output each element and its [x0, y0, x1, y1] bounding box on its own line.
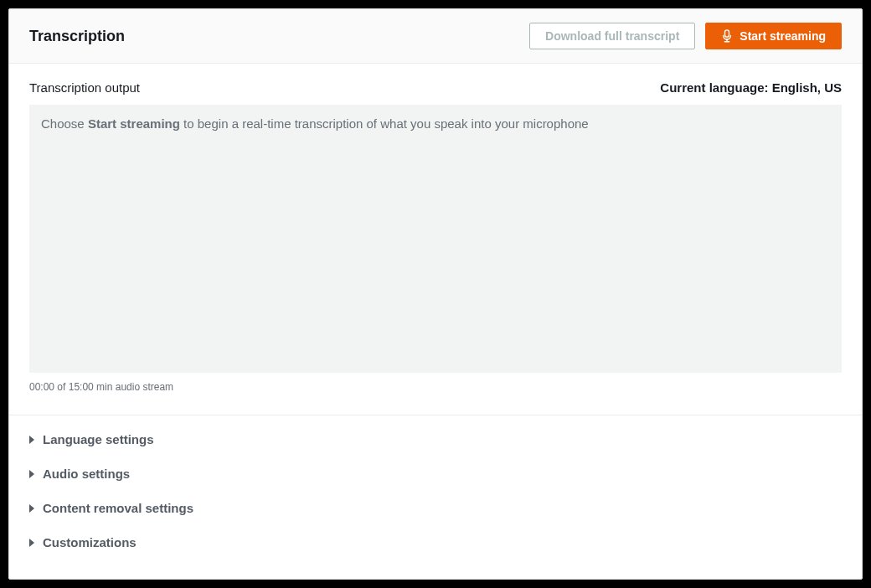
section-label: Audio settings [43, 467, 130, 481]
placeholder-bold: Start streaming [88, 116, 180, 131]
start-streaming-label: Start streaming [740, 29, 826, 43]
section-label: Customizations [43, 535, 137, 549]
header-actions: Download full transcript Start streaming [529, 23, 842, 49]
chevron-right-icon [29, 539, 34, 547]
placeholder-suffix: to begin a real-time transcription of wh… [180, 116, 589, 131]
output-header: Transcription output Current language: E… [29, 80, 842, 95]
transcription-panel: Transcription Download full transcript S… [8, 8, 863, 580]
section-label: Language settings [43, 432, 154, 446]
download-transcript-button[interactable]: Download full transcript [529, 23, 695, 49]
section-customizations[interactable]: Customizations [29, 525, 842, 560]
section-content-removal-settings[interactable]: Content removal settings [29, 491, 842, 525]
page-title: Transcription [29, 28, 125, 45]
output-placeholder: Choose Start streaming to begin a real-t… [41, 116, 830, 131]
microphone-icon [721, 29, 733, 43]
download-transcript-label: Download full transcript [545, 29, 679, 43]
section-language-settings[interactable]: Language settings [29, 422, 842, 456]
section-label: Content removal settings [43, 501, 193, 515]
transcription-output-box: Choose Start streaming to begin a real-t… [29, 105, 842, 373]
current-language-label: Current language: [660, 80, 768, 95]
svg-rect-0 [725, 30, 729, 37]
output-heading: Transcription output [29, 80, 140, 95]
placeholder-prefix: Choose [41, 116, 88, 131]
chevron-right-icon [29, 470, 34, 478]
current-language: Current language: English, US [660, 80, 842, 95]
settings-sections: Language settings Audio settings Content… [9, 415, 862, 580]
section-audio-settings[interactable]: Audio settings [29, 456, 842, 491]
chevron-right-icon [29, 436, 34, 444]
audio-timer: 00:00 of 15:00 min audio stream [29, 381, 842, 393]
panel-header: Transcription Download full transcript S… [9, 9, 862, 64]
output-panel: Transcription output Current language: E… [9, 64, 862, 400]
start-streaming-button[interactable]: Start streaming [705, 23, 842, 49]
current-language-value: English, US [772, 80, 842, 95]
chevron-right-icon [29, 504, 34, 513]
